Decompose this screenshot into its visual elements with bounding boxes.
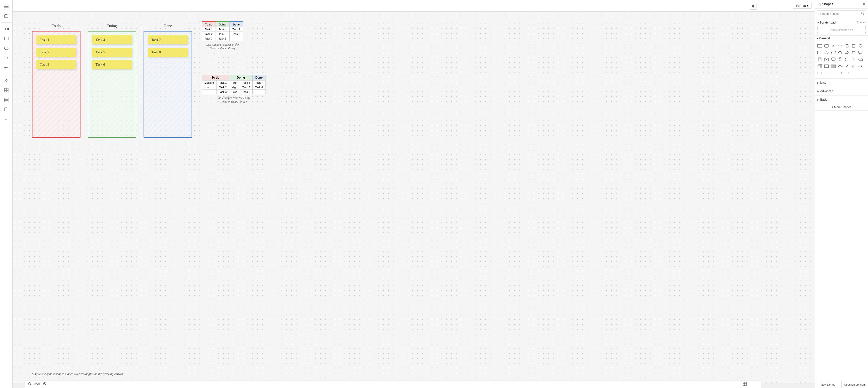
shape-rect-2[interactable] [824, 63, 830, 69]
shape-rectangle[interactable] [817, 43, 823, 49]
shape-dotted-line[interactable] [824, 70, 830, 76]
scratchpad-help-button[interactable]: ? [857, 21, 859, 24]
advanced-label: Advanced [820, 89, 833, 93]
scratchpad-edit-button[interactable]: ✏ [863, 21, 866, 24]
arrow-left-tool-button[interactable] [2, 63, 11, 72]
task-1-note[interactable]: Task 1 [36, 35, 76, 44]
format-arrow: ▾ [807, 4, 809, 7]
svg-rect-16 [6, 90, 8, 92]
table-tool-button[interactable] [2, 86, 11, 95]
shape-cylinder[interactable] [851, 50, 857, 56]
task-7-note[interactable]: Task 7 [148, 35, 188, 44]
menu-button[interactable] [2, 2, 11, 11]
format-button[interactable]: Format ▾ [793, 3, 812, 9]
er-doing-r1-task: Task 4 [240, 81, 253, 85]
scratchpad-drop-area[interactable]: Drag elements here [817, 26, 866, 34]
insert-tool-button[interactable] [2, 105, 11, 114]
task-3-note[interactable]: Task 3 [36, 60, 76, 69]
er-done-r1-task: Task 7 [253, 81, 266, 85]
container-todo-header: To do [202, 22, 216, 27]
svg-rect-48 [859, 51, 862, 53]
shape-person[interactable] [837, 57, 843, 62]
svg-line-22 [31, 385, 31, 385]
svg-marker-49 [859, 53, 860, 54]
shapes-search-input[interactable] [817, 10, 866, 17]
shape-connector[interactable] [837, 43, 843, 49]
misc-collapse-header[interactable]: ▶ Misc [817, 80, 866, 86]
er-todo-header: To do [202, 75, 229, 81]
svg-rect-14 [6, 88, 8, 90]
shape-arrow-connector[interactable] [837, 70, 843, 76]
shape-double-arrow[interactable] [817, 70, 823, 76]
shape-cloud[interactable] [858, 57, 863, 62]
open-library-button[interactable]: Open Library from [841, 381, 868, 388]
zoom-icon-right[interactable] [43, 382, 46, 386]
fit-button[interactable] [743, 382, 747, 387]
shape-square[interactable] [851, 43, 857, 49]
svg-marker-74 [841, 72, 842, 74]
scratchpad-section: ▾ Scratchpad ? + ✏ Drag elements here [815, 20, 868, 36]
advanced-collapse-header[interactable]: ▶ Advanced [817, 88, 866, 94]
more-shapes-button[interactable]: + More Shapes [815, 104, 868, 111]
shape-rect-outline[interactable] [817, 50, 823, 56]
text-tool-button[interactable]: Text [2, 25, 11, 33]
top-bar: Format ▾ [12, 0, 815, 12]
panel-close-button[interactable]: × [863, 2, 865, 6]
task-4-note[interactable]: Task 4 [92, 35, 132, 44]
scratchpad-title[interactable]: ▾ Scratchpad [817, 21, 836, 24]
shape-rect-3d[interactable] [817, 63, 823, 69]
task-5-note[interactable]: Task 5 [92, 48, 132, 57]
er-done-r3-task [253, 90, 266, 94]
shape-diamond[interactable] [824, 50, 830, 56]
shape-chevron[interactable] [851, 57, 857, 62]
notification-bell[interactable] [750, 3, 756, 10]
shape-circle[interactable] [858, 43, 863, 49]
er-row-2: Low Task 2 High Task 5 Task 8 [202, 85, 266, 90]
shape-ellipse[interactable] [844, 43, 850, 49]
shape-doc[interactable] [817, 57, 823, 62]
task-8-note[interactable]: Task 8 [148, 48, 188, 57]
general-header: ▾ General [817, 37, 866, 40]
shape-long-arrow[interactable] [844, 70, 850, 76]
shape-arrow-down-left[interactable] [851, 63, 857, 69]
er-table-area: To do Doing Done Medium Task 1 High Task… [202, 75, 266, 103]
basic-section: ▶ Basic [815, 95, 868, 104]
svg-rect-59 [831, 66, 836, 67]
panel-prev-button[interactable]: ◁ [818, 2, 820, 6]
container-r1c1: Task 1 [202, 27, 216, 32]
new-library-button[interactable]: New Library [815, 381, 841, 388]
shape-dashed-arrow[interactable] [858, 63, 863, 69]
shape-message[interactable] [824, 57, 830, 62]
shape-dashed-line[interactable] [830, 70, 836, 76]
shape-curve-arrow[interactable] [837, 63, 843, 69]
svg-marker-45 [845, 51, 849, 54]
task-6-note[interactable]: Task 6 [92, 60, 132, 69]
shape-rounded-rect[interactable] [824, 43, 830, 49]
shape-pentagon[interactable] [837, 50, 843, 56]
shape-arrow-right[interactable] [844, 50, 850, 56]
pencil-tool-button[interactable] [2, 76, 11, 85]
svg-point-21 [28, 382, 31, 385]
shape-crescent[interactable] [844, 57, 850, 62]
shape-callout[interactable] [858, 50, 863, 56]
shape-arrow-up-right[interactable] [844, 63, 850, 69]
delete-button[interactable] [2, 12, 11, 20]
zoom-icon-left[interactable] [28, 382, 32, 386]
basic-collapse-header[interactable]: ▶ Basic [817, 96, 866, 103]
ellipse-tool-button[interactable] [2, 44, 11, 53]
shape-list[interactable] [830, 63, 836, 69]
expand-tool-button[interactable] [2, 115, 11, 124]
shape-speech-bubble[interactable] [830, 57, 836, 62]
kanban-column-todo: To do Task 1 Task 2 Task 3 [32, 24, 81, 138]
arrow-right-tool-button[interactable] [2, 54, 11, 62]
general-title[interactable]: ▾ General [817, 37, 830, 40]
general-arrow: ▾ [817, 37, 818, 40]
grid-tool-button[interactable] [2, 95, 11, 104]
drawing-canvas[interactable]: To do Task 1 Task 2 Task 3 Doing Task 4 … [12, 12, 815, 383]
rectangle-tool-button[interactable] [2, 34, 11, 43]
shape-text[interactable]: A [830, 43, 836, 49]
shape-parallelogram[interactable] [830, 50, 836, 56]
scratchpad-add-button[interactable]: + [860, 21, 862, 24]
task-2-note[interactable]: Task 2 [36, 48, 76, 57]
svg-line-12 [6, 79, 7, 80]
